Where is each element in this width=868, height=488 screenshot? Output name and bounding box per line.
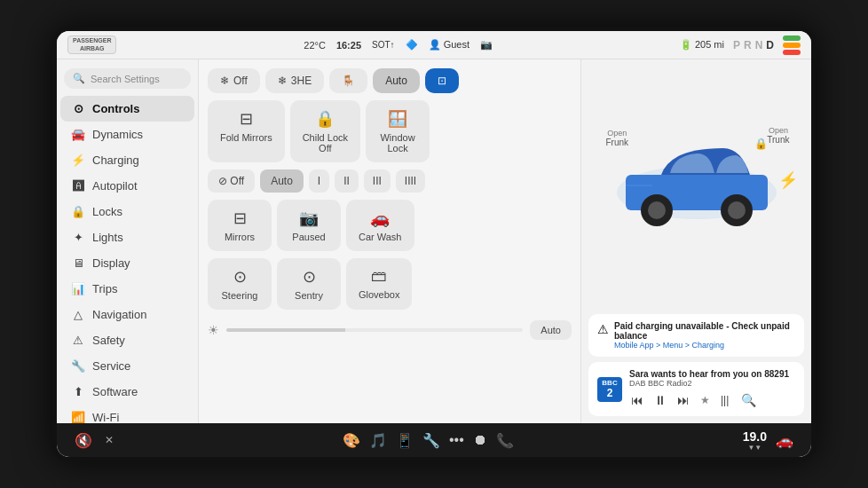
nav-icon[interactable]: 🔧: [422, 432, 440, 449]
child-lock-button[interactable]: 🔒 Child LockOff: [290, 100, 360, 162]
tesla-screen: PASSENGER AIRBAG 22°C 16:25 SOT↑ 🔷 👤 Gue…: [57, 31, 811, 457]
more-icon[interactable]: •••: [449, 432, 464, 448]
emoji-icon[interactable]: 🎨: [343, 432, 360, 449]
sidebar-item-safety[interactable]: ⚠ Safety: [60, 327, 194, 353]
wiper-off-button[interactable]: ⊘ Off: [208, 169, 255, 193]
media-play-pause-button[interactable]: ⏸: [654, 393, 667, 407]
sentry-icon: ⊙: [303, 267, 316, 287]
mirrors-button[interactable]: ⊟ Mirrors: [208, 200, 272, 251]
car-icon[interactable]: 🚗: [776, 432, 793, 449]
climate-seat-button[interactable]: 🪑: [329, 68, 367, 93]
status-center: 22°C 16:25 SOT↑ 🔷 👤 Guest 📷: [304, 39, 493, 51]
sidebar-item-service[interactable]: 🔧 Service: [60, 353, 194, 379]
sidebar-label-display: Display: [92, 256, 130, 270]
sidebar-label-charging: Charging: [92, 153, 139, 167]
functions-row: ⊟ Mirrors 📷 Paused 🚗 Car Wash: [208, 200, 572, 251]
music-icon[interactable]: 🎵: [369, 432, 387, 449]
lights-icon: ✦: [71, 231, 85, 244]
dynamics-icon: 🚘: [71, 128, 85, 141]
search-bar[interactable]: 🔍 Search Settings: [64, 68, 191, 89]
sidebar-item-display[interactable]: 🖥 Display: [60, 250, 194, 276]
grid-icon[interactable]: 📱: [396, 432, 414, 449]
controls-content: ❄ Off ❄ 3HE 🪑 Auto ⊡: [199, 59, 580, 423]
sidebar-item-locks[interactable]: 🔒 Locks: [60, 199, 194, 224]
safety-icon: ⚠: [71, 334, 85, 347]
gear-dot-orange: [783, 43, 801, 48]
brightness-slider[interactable]: [226, 328, 523, 332]
seat-icon: 🪑: [342, 75, 355, 87]
climate-3he-button[interactable]: ❄ 3HE: [265, 68, 324, 93]
sidebar-label-navigation: Navigation: [92, 308, 146, 321]
navigation-icon: △: [71, 308, 85, 321]
gear-d: D: [766, 39, 774, 51]
glovebox-icon: 🗃: [371, 267, 387, 286]
wiper-speed-3[interactable]: III: [364, 169, 391, 193]
media-next-button[interactable]: ⏭: [675, 391, 691, 409]
sentry-button[interactable]: ⊙ Sentry: [277, 258, 341, 310]
window-lock-button[interactable]: 🪟 WindowLock: [366, 100, 430, 162]
wifi-icon: 📶: [71, 411, 85, 423]
wiper-speed-4[interactable]: IIII: [396, 169, 425, 193]
status-left: PASSENGER AIRBAG: [67, 35, 116, 54]
wiper-speed-2[interactable]: II: [335, 169, 359, 193]
climate-button-row: ❄ Off ❄ 3HE 🪑 Auto ⊡: [208, 68, 572, 93]
climate-off-button[interactable]: ❄ Off: [208, 68, 260, 93]
sidebar-label-autopilot: Autopilot: [92, 179, 138, 193]
glovebox-button[interactable]: 🗃 Glovebox: [346, 258, 412, 310]
mirrors-icon: ⊟: [233, 209, 247, 228]
sidebar-item-navigation[interactable]: △ Navigation: [60, 302, 194, 327]
frunk-label: Open Frunk: [606, 129, 629, 147]
sidebar-item-autopilot[interactable]: 🅰 Autopilot: [60, 173, 194, 199]
sidebar-item-wifi[interactable]: 📶 Wi-Fi: [60, 405, 194, 423]
brightness-auto-button[interactable]: Auto: [530, 320, 572, 340]
status-right: 🔋 205 mi P R N D: [680, 35, 801, 55]
window-lock-icon: 🪟: [388, 109, 407, 129]
temperature-display: 22°C: [304, 40, 326, 51]
sidebar-item-charging[interactable]: ⚡ Charging: [60, 147, 194, 173]
media-controls: ⏮ ⏸ ⏭ ★ ||| 🔍: [629, 391, 795, 409]
defrost-icon: ❄: [278, 75, 287, 87]
wiper-speed-1[interactable]: I: [309, 169, 329, 193]
sidebar-label-locks: Locks: [92, 205, 122, 218]
ac-icon: ⊡: [438, 75, 446, 87]
fold-mirrors-button[interactable]: ⊟ Fold Mirrors: [208, 100, 285, 162]
svg-point-3: [648, 201, 666, 219]
speed-unit-icon: ▼▼: [747, 444, 761, 452]
sidebar-item-trips[interactable]: 📊 Trips: [60, 276, 194, 302]
car-wash-button[interactable]: 🚗 Car Wash: [346, 200, 414, 251]
gear-dot-green: [783, 35, 801, 41]
trunk-label: Open Trunk: [767, 126, 789, 145]
signal-display: SOT↑: [372, 40, 395, 50]
radio-info: Sara wants to hear from you on 88291 DAB…: [629, 369, 795, 409]
sidebar-item-dynamics[interactable]: 🚘 Dynamics: [60, 122, 194, 147]
sidebar-item-software[interactable]: ⬆ Software: [60, 379, 194, 405]
climate-ac-button[interactable]: ⊡: [425, 68, 459, 93]
search-icon: 🔍: [73, 73, 85, 84]
passenger-airbag-badge: PASSENGER AIRBAG: [67, 35, 116, 54]
car-wash-icon: 🚗: [370, 209, 390, 228]
record-icon[interactable]: ⏺: [473, 432, 487, 448]
climate-auto-button[interactable]: Auto: [373, 68, 420, 93]
svg-point-5: [728, 201, 746, 219]
wiper-row: ⊘ Off Auto I II III IIII: [208, 169, 572, 193]
steering-button[interactable]: ⊙ Steering: [208, 258, 272, 310]
phone-icon[interactable]: 📞: [496, 432, 514, 449]
steering-icon: ⊙: [233, 267, 247, 287]
gear-r: R: [744, 39, 752, 51]
volume-mute-icon[interactable]: 🔇: [75, 432, 92, 449]
charging-notification-card: ⚠ Paid charging unavailable - Check unpa…: [588, 314, 804, 357]
sidebar-item-lights[interactable]: ✦ Lights: [60, 224, 194, 250]
paused-button[interactable]: 📷 Paused: [277, 200, 341, 251]
warning-icon: ⚠: [597, 322, 609, 336]
sidebar-item-controls[interactable]: ⊙ Controls: [60, 96, 194, 122]
gear-p: P: [733, 39, 740, 51]
close-media-icon[interactable]: ✕: [105, 434, 114, 446]
guest-display: 👤 Guest: [429, 39, 470, 51]
wiper-auto-button[interactable]: Auto: [260, 169, 304, 193]
media-prev-button[interactable]: ⏮: [629, 391, 645, 409]
media-bars-button[interactable]: |||: [719, 392, 730, 408]
gear-dot-red: [783, 50, 801, 55]
trips-icon: 📊: [71, 282, 85, 295]
star-icon: ★: [700, 394, 710, 406]
media-search-button[interactable]: 🔍: [739, 391, 758, 409]
